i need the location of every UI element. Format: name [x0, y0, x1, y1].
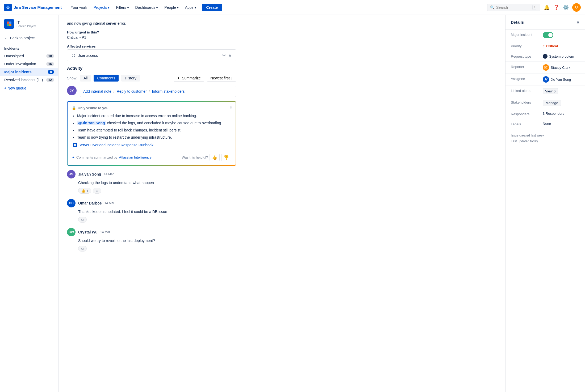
filter-history[interactable]: History [121, 75, 140, 82]
labels-value[interactable]: None [543, 122, 551, 126]
back-icon: ← [4, 36, 8, 40]
search-shortcut: / [532, 5, 536, 10]
sidebar-project: IT Service Project [0, 15, 58, 33]
service-icon: ⬡ [72, 53, 75, 58]
nav-projects[interactable]: Projects ▾ [91, 4, 112, 11]
priority-value[interactable]: ↑ Critical [543, 44, 558, 48]
comment-content: Thanks, keep us updated. I feel it could… [78, 209, 236, 215]
comment-item: JS Jia yan Song 14 Mar Checking the logs… [67, 170, 236, 194]
summary-item-1: Major incident created due to increase i… [77, 113, 231, 119]
help-icon[interactable]: ❓ [553, 4, 559, 11]
activity-section: Activity Show: All Comments History ✦ Su… [67, 66, 236, 252]
search-icon: 🔍 [490, 5, 495, 10]
add-reaction-button[interactable]: ☺ [78, 217, 87, 223]
comment-date: 14 Mar [105, 201, 114, 205]
filter-comments[interactable]: Comments [94, 75, 119, 82]
details-row-responders: Responders 3 Responders [505, 109, 585, 119]
svg-rect-1 [7, 22, 9, 24]
search-box[interactable]: 🔍 / [487, 4, 540, 11]
details-panel: Details ∧ Major incident Priority ↑ Crit… [505, 15, 585, 392]
current-user-avatar: JY [67, 86, 77, 95]
atlassian-intelligence-link[interactable]: Atlassian Intelligence [119, 155, 152, 159]
sidebar-item-major-incidents[interactable]: Major incidents 8 [0, 68, 58, 76]
summary-close-button[interactable]: × [229, 105, 232, 110]
notifications-icon[interactable]: 🔔 [544, 4, 550, 11]
sidebar-item-under-investigation[interactable]: Under investigation 16 [0, 60, 58, 68]
main-content: and now giving internal server error. Ho… [59, 15, 505, 392]
search-input[interactable] [496, 5, 531, 10]
app-logo[interactable]: Jira Service Management [4, 4, 62, 11]
affected-service-action-icon[interactable]: ✂ [222, 53, 226, 58]
svg-rect-3 [7, 24, 9, 26]
summarize-button[interactable]: ✦ Summarize [174, 75, 204, 82]
linked-alerts-view-badge[interactable]: View 6 [543, 88, 558, 94]
comment-header: OD Omar Darboe 14 Mar [67, 199, 236, 207]
nav-apps[interactable]: Apps ▾ [182, 4, 199, 11]
nav-your-work[interactable]: Your work [68, 4, 90, 11]
activity-filters: Show: All Comments History ✦ Summarize N… [67, 75, 236, 82]
ticket-body: and now giving internal server error. Ho… [59, 15, 245, 263]
request-type-value[interactable]: ! System problem [543, 54, 574, 59]
nav-filters[interactable]: Filters ▾ [113, 4, 131, 11]
nav-dashboards[interactable]: Dashboards ▾ [133, 4, 161, 11]
sort-icon: ↓ [231, 76, 233, 80]
summary-footer: ✦ Comments summarized by Atlassian Intel… [72, 151, 231, 161]
details-row-labels: Labels None [505, 119, 585, 129]
major-incident-toggle[interactable] [543, 32, 553, 38]
settings-icon[interactable]: ⚙️ [563, 4, 569, 11]
stakeholders-value: Manage [543, 100, 561, 106]
reaction-row: 👍 1☺ [78, 188, 236, 194]
newest-first-button[interactable]: Newest first ↓ [207, 75, 236, 82]
thumbs-down-button[interactable]: 👎 [221, 154, 231, 161]
affected-service-collapse-icon[interactable]: ∧ [228, 53, 232, 58]
project-type: Service Project [16, 24, 36, 28]
back-to-project[interactable]: ← Back to project [0, 33, 58, 43]
sep1: / [114, 89, 115, 93]
add-internal-note-link[interactable]: Add internal note [83, 89, 111, 93]
doc-link[interactable]: 📄 Server Overload Incident Response Runb… [73, 143, 231, 147]
inform-stakeholders-link[interactable]: Inform stakeholders [152, 89, 185, 93]
sidebar-item-resolved-incidents[interactable]: Resolved incidents (l...) 12 [0, 76, 58, 84]
helpful-buttons: Was this helpful? 👍 👎 [182, 154, 231, 161]
user-avatar[interactable]: U [572, 3, 581, 12]
sep2: / [149, 89, 150, 93]
responders-value[interactable]: 3 Responders [543, 112, 564, 116]
affected-service-item: ⬡ User access [72, 53, 98, 58]
project-name: IT [16, 20, 36, 24]
sidebar-item-unassigned[interactable]: Unassigned 10 [0, 52, 58, 60]
assignee-value[interactable]: JY Jie Yan Song [543, 76, 571, 83]
assignee-avatar: JY [543, 76, 549, 83]
create-button[interactable]: Create [202, 4, 222, 11]
add-reaction-button[interactable]: ☺ [78, 246, 87, 252]
thumbs-up-button[interactable]: 👍 [210, 154, 220, 161]
affected-service-box: ⬡ User access ✂ ∧ [67, 49, 236, 61]
comment-user-name: Omar Darboe [78, 201, 102, 205]
nav-people[interactable]: People ▾ [162, 4, 181, 11]
add-reaction-button[interactable]: ☺ [93, 188, 101, 194]
new-queue-button[interactable]: + New queue [0, 84, 58, 92]
comment-content: Should we try to revert to the last depl… [78, 238, 236, 244]
ai-summary-box: 🔒 Only visible to you × Major incident c… [67, 101, 236, 166]
summary-item-2: @Jie Yan Song checked the logs, and conc… [77, 120, 231, 126]
priority-icon: ↑ [543, 44, 545, 48]
topnav-right: 🔍 / 🔔 ❓ ⚙️ U [487, 3, 581, 12]
manage-stakeholders-button[interactable]: Manage [543, 100, 561, 106]
app-layout: IT Service Project ← Back to project Inc… [0, 15, 585, 392]
reporter-value[interactable]: SC Stacey Clark [543, 64, 570, 71]
reply-to-customer-link[interactable]: Reply to customer [117, 89, 147, 93]
comments-container: JS Jia yan Song 14 Mar Checking the logs… [67, 170, 236, 252]
ai-sparkle-icon: ✦ [72, 155, 75, 159]
comment-box[interactable]: Add internal note / Reply to customer / … [80, 86, 236, 97]
reaction-pill[interactable]: 👍 1 [78, 188, 91, 194]
details-row-linked-alerts: Linked alerts View 6 [505, 86, 585, 97]
details-collapse-icon[interactable]: ∧ [576, 19, 580, 25]
details-title: Details [511, 20, 524, 24]
details-row-major-incident: Major incident [505, 29, 585, 41]
doc-icon: 📄 [73, 143, 77, 147]
reaction-row: ☺ [78, 246, 236, 252]
comment-avatar: CW [67, 228, 76, 236]
svg-rect-2 [9, 22, 11, 24]
filter-all[interactable]: All [80, 75, 91, 82]
details-header: Details ∧ [505, 15, 585, 29]
linked-alerts-value: View 6 [543, 88, 558, 94]
